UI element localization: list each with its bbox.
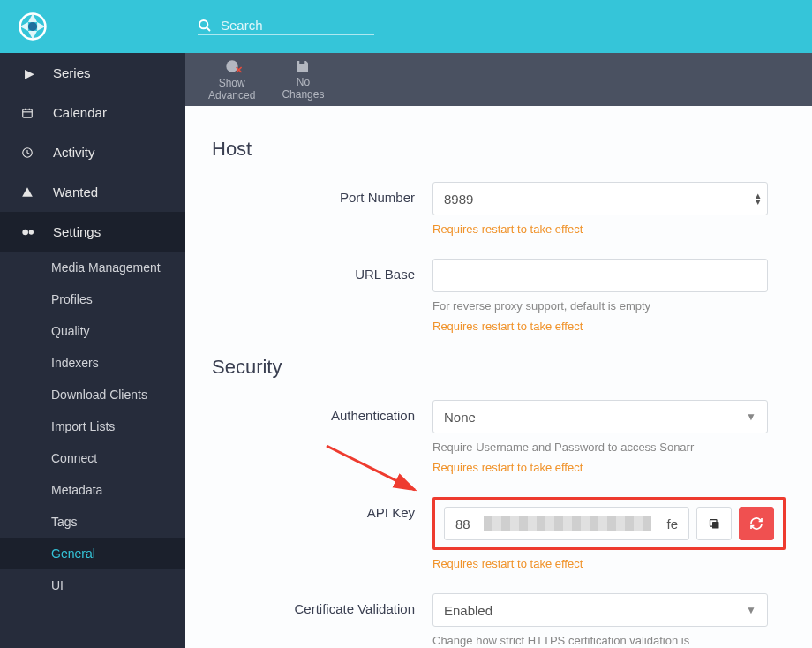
app-logo <box>18 11 48 41</box>
row-cert: Certificate Validation Enabled ▼ Change … <box>212 593 786 647</box>
urlbase-input[interactable] <box>432 259 768 292</box>
number-stepper-icon[interactable]: ▴▾ <box>756 192 761 205</box>
content-area: Host Port Number ▴▾ Requires restart to … <box>185 106 812 648</box>
apikey-label: API Key <box>212 497 432 520</box>
svg-rect-12 <box>300 61 305 64</box>
cert-value: Enabled <box>444 603 492 618</box>
apikey-input[interactable]: 88 fe <box>444 507 689 540</box>
copy-apikey-button[interactable] <box>696 507 732 540</box>
x-badge-icon: ✕ <box>235 64 243 76</box>
warning-icon <box>21 186 37 199</box>
gears-icon <box>21 226 37 238</box>
search-input[interactable] <box>221 18 374 33</box>
sidebar: ▶ Series Calendar Activity Wanted Sett <box>0 53 185 648</box>
restart-warning: Requires restart to take effect <box>432 557 786 570</box>
sidebar-sub-import[interactable]: Import Lists <box>0 411 185 442</box>
section-host-title: Host <box>212 138 786 161</box>
play-icon: ▶ <box>21 66 37 80</box>
apikey-highlight: 88 fe <box>432 497 786 550</box>
row-port: Port Number ▴▾ Requires restart to take … <box>212 182 786 236</box>
urlbase-label: URL Base <box>212 259 432 282</box>
main-panel: ✕ Show Advanced No Changes Host Port Num… <box>185 53 812 648</box>
sidebar-sub-download[interactable]: Download Clients <box>0 379 185 411</box>
clock-icon <box>21 147 37 159</box>
row-urlbase: URL Base For reverse proxy support, defa… <box>212 259 786 333</box>
auth-label: Authentication <box>212 400 432 423</box>
tool-label: No <box>297 76 310 88</box>
sidebar-label: Activity <box>53 145 95 160</box>
section-security-title: Security <box>212 356 786 379</box>
refresh-icon <box>749 516 763 531</box>
svg-rect-4 <box>23 109 33 117</box>
sidebar-sub-indexers[interactable]: Indexers <box>0 347 185 379</box>
apikey-suffix: fe <box>666 516 678 531</box>
sidebar-sub-general[interactable]: General <box>0 538 185 569</box>
svg-point-9 <box>22 229 28 235</box>
sidebar-sub-media[interactable]: Media Management <box>0 252 185 283</box>
svg-point-1 <box>28 22 37 31</box>
tool-label: Show <box>219 77 245 89</box>
row-apikey: API Key 88 fe <box>212 497 786 570</box>
search-icon <box>198 19 212 33</box>
cert-select[interactable]: Enabled ▼ <box>432 593 768 627</box>
sidebar-item-wanted[interactable]: Wanted <box>0 172 185 212</box>
sidebar-sub-metadata[interactable]: Metadata <box>0 474 185 506</box>
toolbar: ✕ Show Advanced No Changes <box>185 53 812 106</box>
save-icon <box>295 58 311 74</box>
sidebar-sub-tags[interactable]: Tags <box>0 506 185 538</box>
port-label: Port Number <box>212 182 432 205</box>
sidebar-label: Settings <box>53 224 101 239</box>
sidebar-sub-ui[interactable]: UI <box>0 569 185 601</box>
sidebar-sub-profiles[interactable]: Profiles <box>0 283 185 315</box>
tool-label: Changes <box>282 88 324 101</box>
auth-value: None <box>444 410 476 425</box>
gear-icon: ✕ <box>223 57 241 75</box>
chevron-down-icon: ▼ <box>746 604 756 616</box>
sidebar-sub-quality[interactable]: Quality <box>0 315 185 347</box>
sidebar-label: Wanted <box>53 185 98 200</box>
row-auth: Authentication None ▼ Require Username a… <box>212 400 786 474</box>
tool-label: Advanced <box>208 89 255 102</box>
sidebar-item-series[interactable]: ▶ Series <box>0 53 185 93</box>
sidebar-item-settings[interactable]: Settings <box>0 212 185 252</box>
port-input[interactable] <box>432 182 768 215</box>
chevron-down-icon: ▼ <box>746 411 756 423</box>
svg-point-10 <box>29 230 34 234</box>
auth-select[interactable]: None ▼ <box>432 400 768 433</box>
svg-line-3 <box>207 27 210 31</box>
sidebar-label: Series <box>53 65 91 80</box>
svg-point-2 <box>199 20 207 28</box>
copy-icon <box>708 517 721 531</box>
search-container <box>198 18 374 35</box>
urlbase-help: For reverse proxy support, default is em… <box>432 299 768 313</box>
restart-warning: Requires restart to take effect <box>432 461 768 474</box>
cert-label: Certificate Validation <box>212 593 432 616</box>
calendar-icon <box>21 107 37 119</box>
sidebar-item-activity[interactable]: Activity <box>0 132 185 172</box>
auth-help: Require Username and Password to access … <box>432 441 768 454</box>
restart-warning: Requires restart to take effect <box>432 320 768 333</box>
restart-warning: Requires restart to take effect <box>432 222 768 236</box>
app-header <box>0 0 812 53</box>
svg-rect-13 <box>712 522 719 529</box>
apikey-redacted <box>484 516 651 531</box>
sidebar-sub-connect[interactable]: Connect <box>0 442 185 474</box>
regenerate-apikey-button[interactable] <box>739 507 774 540</box>
sidebar-label: Calendar <box>53 105 107 120</box>
apikey-prefix: 88 <box>455 516 470 531</box>
show-advanced-button[interactable]: ✕ Show Advanced <box>203 54 260 106</box>
cert-help: Change how strict HTTPS certification va… <box>432 634 768 647</box>
save-button[interactable]: No Changes <box>276 55 329 105</box>
sidebar-item-calendar[interactable]: Calendar <box>0 93 185 132</box>
